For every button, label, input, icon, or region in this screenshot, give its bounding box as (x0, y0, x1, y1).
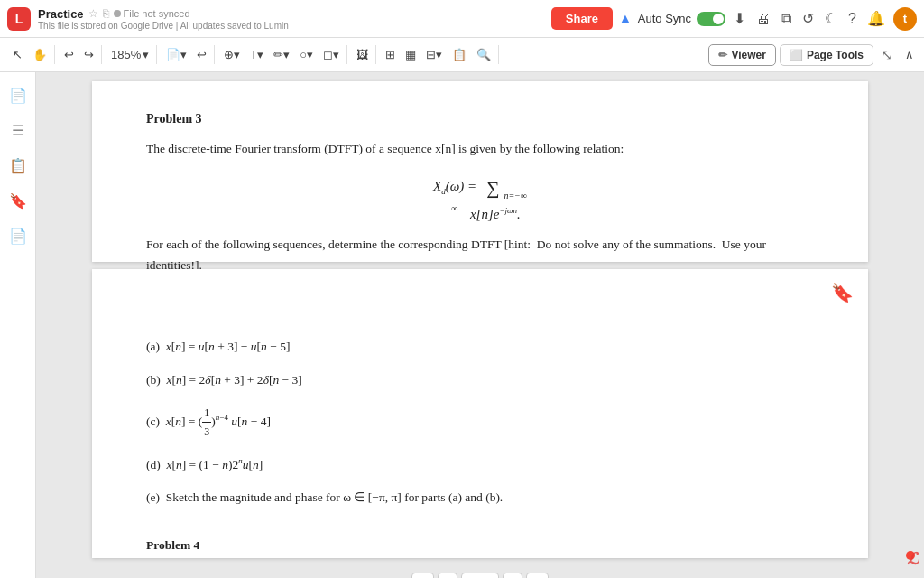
viewer-button[interactable]: ✏ Viewer (708, 44, 775, 66)
hand-tool[interactable]: ✋ (28, 45, 51, 64)
grid-btn[interactable]: ⊞ (381, 45, 400, 64)
item-a: (a) x[n] = u[n + 3] − u[n − 5] (146, 337, 814, 358)
undo2-btn[interactable]: ↩ (192, 45, 211, 64)
status-dot (114, 10, 121, 17)
search-btn[interactable]: 🔍 (472, 45, 495, 64)
pagetools-icon: ⬜ (790, 49, 803, 61)
undo-btn[interactable]: ↩ (60, 45, 79, 64)
redo-btn[interactable]: ↪ (79, 45, 98, 64)
last-page-button[interactable]: » (526, 573, 549, 578)
page-indicator: 2/3 (461, 573, 500, 578)
layout-btn[interactable]: ⊟▾ (421, 45, 447, 64)
autosync-label: Auto Sync (638, 12, 691, 25)
sidebar-icon-page[interactable]: 📄 (4, 81, 32, 109)
history-icon[interactable]: ↺ (799, 10, 817, 27)
duplicate-icon[interactable]: ⧉ (779, 11, 794, 27)
expand-button[interactable]: ⤡ (877, 45, 897, 65)
problem3-para1: The discrete-time Fourier transform (DTF… (146, 139, 814, 160)
lumin-bottom-logo: ℒ (907, 549, 919, 569)
doc-title: Practice (38, 7, 84, 21)
sidebar: 📄 ☰ 📋 🔖 📄 (0, 72, 36, 578)
tool-group-zoom: 185% ▾ (104, 45, 157, 64)
collapse-btn[interactable]: ∧ (901, 45, 919, 64)
page2-spacer (146, 296, 814, 317)
bookmark-icon[interactable]: 🔖 (831, 282, 854, 303)
moon-icon[interactable]: ☾ (822, 10, 840, 27)
page-1: Problem 3 The discrete-time Fourier tran… (92, 81, 868, 262)
file-status: File not synced (114, 8, 190, 19)
problem3-title: Problem 3 (146, 108, 814, 130)
download-icon[interactable]: ⬇ (731, 10, 748, 27)
content-area: Problem 3 The discrete-time Fourier tran… (36, 72, 924, 578)
doc-title-area: Practice ☆ ⎘ File not synced This file i… (38, 7, 289, 31)
doc-subtitle: This file is stored on Google Drive | Al… (38, 21, 289, 31)
type-btn[interactable]: T▾ (245, 45, 268, 64)
pagetools-button[interactable]: ⬜ Page Tools (780, 44, 873, 66)
zoom-value: 185% (111, 48, 141, 61)
sidebar-icon-clipboard[interactable]: 📋 (4, 152, 32, 180)
print-icon[interactable]: 🖨 (753, 11, 773, 27)
tool-group-extra: ⊞ ▦ ⊟▾ 📋 🔍 (378, 45, 499, 64)
item-d: (d) x[n] = (1 − n)2nu[n] (146, 454, 814, 475)
item-e: (e) Sketch the magnitude and phase for ω… (146, 488, 814, 508)
sidebar-icon-doc2[interactable]: 📄 (4, 222, 32, 250)
zoom-chevron: ▾ (143, 48, 149, 61)
copy-icon[interactable]: ⎘ (103, 7, 109, 20)
right-buttons: ✏ Viewer ⬜ Page Tools ⤡ ∧ (708, 44, 919, 66)
bell-icon[interactable]: 🔔 (864, 10, 888, 27)
item-b: (b) x[n] = 2δ[n + 3] + 2δ[n − 3] (146, 370, 814, 391)
tool-group-text: ⊕▾ T▾ ✏▾ ○▾ ◻▾ (217, 45, 347, 64)
pagination: « ‹ 2/3 › » (45, 565, 915, 578)
table-btn[interactable]: ▦ (401, 45, 420, 64)
sidebar-icon-bookmark[interactable]: 🔖 (4, 187, 32, 215)
app-logo: L (7, 7, 31, 31)
eraser-btn[interactable]: ◻▾ (319, 45, 344, 64)
prev-page-button[interactable]: ‹ (438, 573, 457, 578)
page-2-content: (a) x[n] = u[n + 3] − u[n − 5] (b) x[n] … (146, 296, 814, 556)
problem3-formula: Xd(ω) = ∑ n=−∞∞ ∞ x[n]e−jωn. (146, 172, 814, 227)
zoom-selector[interactable]: 185% ▾ (106, 45, 153, 64)
tool-group-image: 🖼 (349, 45, 376, 64)
page-2: 🔖 (a) x[n] = u[n + 3] − u[n − 5] (b) x[n… (92, 269, 868, 558)
autosync-toggle[interactable] (697, 12, 725, 26)
toolbar2: ↖ ✋ ↩ ↪ 185% ▾ 📄▾ ↩ ⊕▾ T▾ ✏▾ ○▾ ◻▾ 🖼 ⊞ ▦… (0, 38, 924, 72)
tool-group-cursor: ↖ ✋ (5, 45, 55, 64)
problem4-title: Problem 4 (146, 536, 814, 556)
cursor-tool[interactable]: ↖ (8, 45, 27, 64)
sidebar-icon-outline[interactable]: ☰ (6, 117, 30, 144)
text-anchor-btn[interactable]: ⊕▾ (219, 45, 245, 64)
shape-btn[interactable]: ○▾ (295, 45, 318, 64)
image-btn[interactable]: 🖼 (352, 45, 373, 64)
item-c: (c) x[n] = (13)n−4 u[n − 4] (146, 404, 814, 442)
next-page-button[interactable]: › (503, 573, 522, 578)
insert-btn[interactable]: 📄▾ (162, 45, 191, 64)
drive-icon: ▲ (618, 11, 633, 27)
star-icon[interactable]: ☆ (88, 7, 98, 20)
avatar[interactable]: t (893, 7, 917, 31)
pen-btn[interactable]: ✏▾ (269, 45, 294, 64)
tool-group-insert: 📄▾ ↩ (159, 45, 215, 64)
form-btn[interactable]: 📋 (448, 45, 471, 64)
first-page-button[interactable]: « (411, 573, 434, 578)
share-button[interactable]: Share (551, 7, 613, 30)
top-bar: L Practice ☆ ⎘ File not synced This file… (0, 0, 924, 38)
doc-title-row: Practice ☆ ⎘ File not synced (38, 7, 289, 21)
help-icon[interactable]: ? (845, 11, 859, 27)
autosync-area: ▲ Auto Sync (618, 11, 725, 27)
pencil-icon: ✏ (718, 49, 727, 61)
main-area: 📄 ☰ 📋 🔖 📄 Problem 3 The discrete-time Fo… (0, 72, 924, 578)
tool-group-undo: ↩ ↪ (57, 45, 102, 64)
